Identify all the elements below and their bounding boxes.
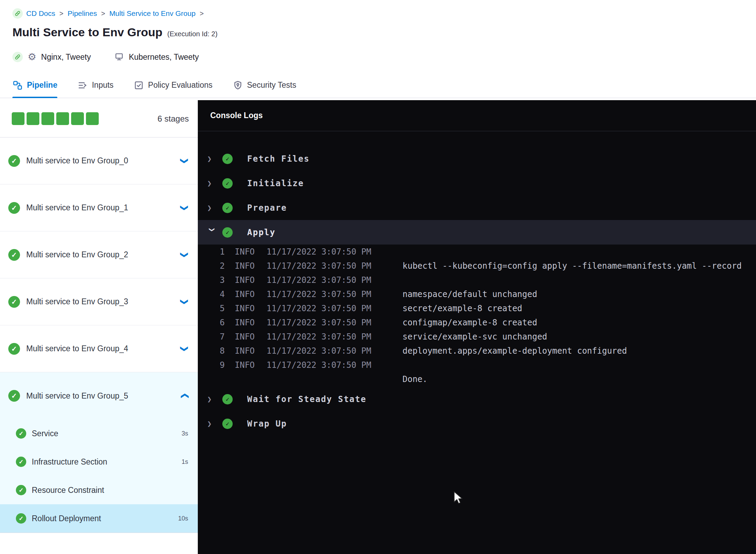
inputs-icon: [77, 80, 88, 90]
success-check-icon: ✓: [8, 202, 20, 214]
stage-row-0[interactable]: ✓ Multi service to Env Group_0 ❯: [0, 137, 198, 184]
apply-log-block: 1 INFO 11/17/2022 3:07:50 PM 2 INFO 11/1…: [198, 245, 756, 387]
success-check-icon: ✓: [222, 203, 233, 213]
chevron-down-icon[interactable]: ❯: [180, 298, 189, 305]
log-level: INFO: [235, 275, 255, 285]
console-step-wait-for-steady-state[interactable]: ❯ ✓ Wait for Steady State: [198, 387, 756, 411]
log-level: INFO: [235, 247, 255, 257]
chevron-down-icon[interactable]: ❯: [180, 157, 189, 164]
log-line: 4 INFO 11/17/2022 3:07:50 PM namespace/d…: [198, 287, 756, 301]
stage-row-4[interactable]: ✓ Multi service to Env Group_4 ❯: [0, 325, 198, 372]
breadcrumb-separator: >: [59, 10, 64, 18]
stage-name: Multi service to Env Group_0: [26, 156, 175, 165]
log-level: INFO: [235, 346, 255, 356]
tab-label: Security Tests: [247, 80, 297, 90]
log-message: secret/example-8 created: [403, 304, 522, 313]
mouse-cursor: [453, 491, 465, 505]
stage-success-square: [86, 112, 99, 125]
chevron-down-icon[interactable]: ❯: [180, 345, 189, 352]
log-line: 7 INFO 11/17/2022 3:07:50 PM service/exa…: [198, 329, 756, 344]
breadcrumb-separator: >: [199, 10, 204, 18]
stage-row-5[interactable]: ✓ Multi service to Env Group_5 ❯: [0, 372, 198, 419]
chevron-down-icon[interactable]: ❯: [180, 251, 189, 258]
breadcrumb-separator: >: [100, 10, 106, 18]
chevron-up-icon[interactable]: ❯: [180, 393, 189, 399]
log-line-number: 9: [218, 360, 225, 370]
console-step-prepare[interactable]: ❯ ✓ Prepare: [198, 195, 756, 220]
log-level: INFO: [235, 318, 255, 327]
execution-meta-row: ⚙ Nginx, Tweety Kubernetes, Tweety: [12, 50, 756, 64]
gear-icon: ⚙: [28, 52, 36, 62]
stages-count-label: 6 stages: [157, 114, 189, 124]
success-check-icon: ✓: [222, 394, 233, 404]
step-row-rollout-deployment[interactable]: ✓ Rollout Deployment 10s: [0, 504, 198, 533]
log-message: Done.: [403, 374, 427, 384]
main-content: 6 stages ✓ Multi service to Env Group_0 …: [0, 100, 756, 554]
stage-success-square: [56, 112, 69, 125]
success-check-icon: ✓: [8, 155, 20, 167]
console-step-wrap-up[interactable]: ❯ ✓ Wrap Up: [198, 411, 756, 436]
console-step-apply[interactable]: ❯ ✓ Apply: [198, 220, 756, 245]
success-check-icon: ✓: [222, 154, 233, 164]
shield-icon: [233, 80, 243, 90]
stages-sidebar: 6 stages ✓ Multi service to Env Group_0 …: [0, 100, 198, 554]
console-step-name: Initialize: [247, 179, 304, 188]
services-icon: [12, 52, 23, 62]
log-timestamp: 11/17/2022 3:07:50 PM: [266, 289, 374, 299]
log-timestamp: 11/17/2022 3:07:50 PM: [266, 261, 374, 271]
log-line-number: 7: [218, 332, 225, 342]
log-line-number: 5: [218, 304, 225, 313]
log-timestamp: 11/17/2022 3:07:50 PM: [266, 275, 374, 285]
success-check-icon: ✓: [222, 419, 233, 429]
console-step-fetch-files[interactable]: ❯ ✓ Fetch Files: [198, 146, 756, 171]
step-row-resource-constraint[interactable]: ✓ Resource Constraint: [0, 476, 198, 504]
stage-name: Multi service to Env Group_4: [26, 344, 175, 353]
log-message: service/example-svc unchanged: [403, 332, 547, 342]
log-message: namespace/default unchanged: [403, 289, 537, 299]
tab-policy-evaluations[interactable]: Policy Evaluations: [134, 73, 213, 98]
step-row-service[interactable]: ✓ Service 3s: [0, 419, 198, 448]
success-check-icon: ✓: [8, 249, 20, 261]
page-header: CD Docs > Pipelines > Multi Service to E…: [0, 0, 756, 64]
tab-pipeline[interactable]: Pipeline: [12, 73, 57, 98]
tab-label: Inputs: [92, 80, 114, 90]
success-check-icon: ✓: [222, 227, 233, 238]
chevron-right-icon[interactable]: ❯: [207, 203, 222, 212]
chevron-right-icon[interactable]: ❯: [207, 154, 222, 163]
stage-success-square: [41, 112, 54, 125]
log-timestamp: 11/17/2022 3:07:50 PM: [266, 304, 374, 313]
step-row-infrastructure-section[interactable]: ✓ Infrastructure Section 1s: [0, 448, 198, 476]
chevron-down-icon[interactable]: ❯: [208, 228, 216, 243]
chevron-right-icon[interactable]: ❯: [207, 179, 222, 188]
log-timestamp: 11/17/2022 3:07:50 PM: [266, 318, 374, 327]
stage-success-square: [12, 112, 25, 125]
log-line-number: 8: [218, 346, 225, 356]
tab-inputs[interactable]: Inputs: [77, 73, 114, 98]
breadcrumb-cd-docs[interactable]: CD Docs: [26, 9, 55, 18]
breadcrumb-current-pipeline[interactable]: Multi Service to Env Group: [109, 9, 196, 18]
tab-security-tests[interactable]: Security Tests: [233, 73, 297, 98]
success-check-icon: ✓: [8, 390, 20, 402]
tab-label: Policy Evaluations: [148, 80, 213, 90]
log-level: INFO: [235, 332, 255, 342]
console-step-name: Wrap Up: [247, 419, 287, 429]
breadcrumb-pipelines[interactable]: Pipelines: [68, 9, 97, 18]
log-timestamp: 11/17/2022 3:07:50 PM: [266, 247, 374, 257]
stages-summary: 6 stages: [0, 100, 198, 137]
stage-row-3[interactable]: ✓ Multi service to Env Group_3 ❯: [0, 278, 198, 325]
log-line: 9 INFO 11/17/2022 3:07:50 PM: [198, 358, 756, 372]
stage-row-1[interactable]: ✓ Multi service to Env Group_1 ❯: [0, 184, 198, 231]
success-check-icon: ✓: [16, 485, 26, 495]
log-level: INFO: [235, 304, 255, 313]
chevron-right-icon[interactable]: ❯: [207, 395, 222, 403]
console-step-initialize[interactable]: ❯ ✓ Initialize: [198, 171, 756, 195]
chevron-down-icon[interactable]: ❯: [180, 204, 189, 211]
execution-id: (Execution Id: 2): [167, 30, 218, 38]
success-check-icon: ✓: [8, 296, 20, 308]
chevron-right-icon[interactable]: ❯: [207, 419, 222, 428]
log-line-number: 1: [218, 247, 225, 257]
console-step-name: Wait for Steady State: [247, 394, 366, 404]
stage-row-2[interactable]: ✓ Multi service to Env Group_2 ❯: [0, 231, 198, 278]
success-check-icon: ✓: [8, 343, 20, 355]
log-message: kubectl --kubeconfig=config apply --file…: [403, 261, 742, 271]
